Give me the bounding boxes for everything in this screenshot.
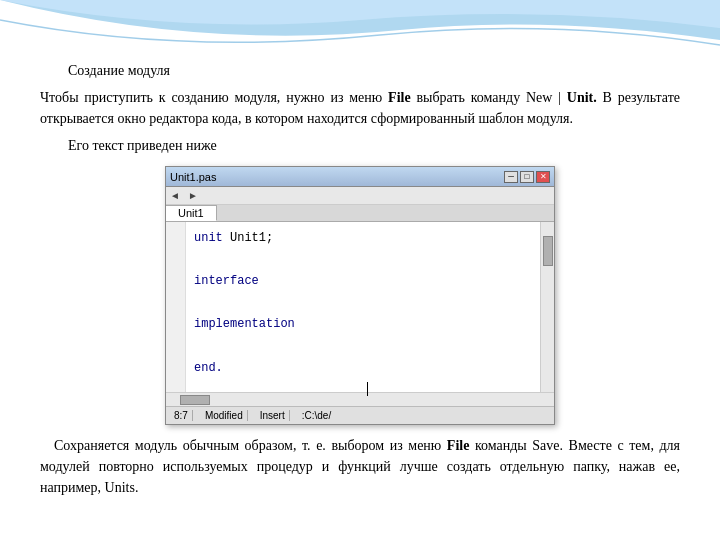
para1-new: New (526, 90, 552, 105)
toolbar-forward-arrow: ► (188, 190, 198, 201)
section-heading: Создание модуля (40, 60, 680, 81)
editor-body: unit Unit1; interface implementation end… (166, 222, 554, 392)
editor-statusbar: 8:7 Modified Insert :C:\de/ (166, 406, 554, 424)
editor-window-container: Unit1.pas ─ □ ✕ ◄ ► Unit1 (40, 166, 680, 425)
bottom-line1: Сохраняется модуль обычным образом, т. е… (54, 438, 447, 453)
code-line-4 (194, 293, 532, 315)
titlebar-controls: ─ □ ✕ (504, 171, 550, 183)
code-line-7: end. (194, 358, 532, 380)
intro-paragraph: Чтобы приступить к созданию модуля, нужн… (40, 87, 680, 129)
status-position: 8:7 (170, 410, 193, 421)
editor-title: Unit1.pas (170, 171, 216, 183)
code-line-2 (194, 250, 532, 272)
editor-tab-unit1[interactable]: Unit1 (166, 205, 217, 221)
para1-text1: Чтобы приступить к созданию модуля, нужн… (40, 90, 388, 105)
scrollbar-thumb-v (543, 236, 553, 266)
maximize-button[interactable]: □ (520, 171, 534, 183)
editor-scrollbar-vertical[interactable] (540, 222, 554, 392)
bottom-file: File (447, 438, 470, 453)
its-text: Его текст приведен ниже (68, 138, 217, 153)
editor-code-area[interactable]: unit Unit1; interface implementation end… (186, 222, 540, 392)
toolbar-back-arrow: ◄ (170, 190, 180, 201)
para1-file: File (388, 90, 411, 105)
tab-label: Unit1 (178, 207, 204, 219)
heading-text: Создание модуля (68, 63, 170, 78)
bottom-commands: команды (469, 438, 526, 453)
editor-gutter (166, 222, 186, 392)
code-line-6 (194, 336, 532, 358)
main-content: Создание модуля Чтобы приступить к созда… (0, 50, 720, 540)
status-modified: Modified (201, 410, 248, 421)
its-text-paragraph: Его текст приведен ниже (40, 135, 680, 156)
close-button[interactable]: ✕ (536, 171, 550, 183)
para1-sep: | (552, 90, 566, 105)
editor-titlebar: Unit1.pas ─ □ ✕ (166, 167, 554, 187)
code-line-1: unit Unit1; (194, 228, 532, 250)
status-insert: Insert (256, 410, 290, 421)
editor-tabs: Unit1 (166, 205, 554, 222)
code-line-3: interface (194, 271, 532, 293)
code-line-5: implementation (194, 314, 532, 336)
minimize-button[interactable]: ─ (504, 171, 518, 183)
para1-text1-cont: выбрать команду (411, 90, 521, 105)
editor-window: Unit1.pas ─ □ ✕ ◄ ► Unit1 (165, 166, 555, 425)
editor-toolbar: ◄ ► (166, 187, 554, 205)
bottom-paragraph: Сохраняется модуль обычным образом, т. е… (40, 435, 680, 498)
code-line-8 (194, 379, 532, 401)
status-path: :C:\de/ (298, 410, 335, 421)
para1-unit: Unit. (567, 90, 597, 105)
